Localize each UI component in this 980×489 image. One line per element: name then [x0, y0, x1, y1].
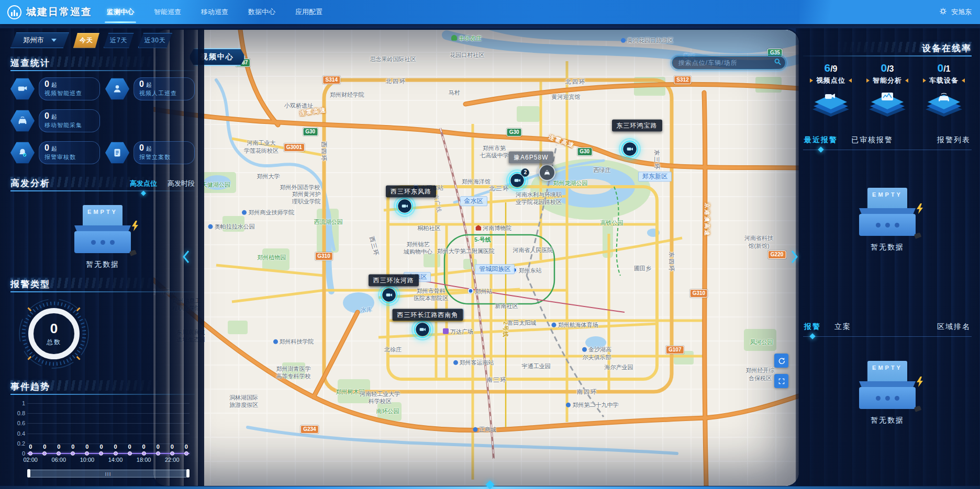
road-badge: G107 — [666, 346, 684, 354]
map-label: 水库 — [361, 305, 372, 313]
device-online-title: 设备在线率 — [922, 42, 972, 54]
trend-x-tick: 02:00 — [23, 457, 38, 463]
map-label: 金沙湖高尔夫俱乐部 — [582, 346, 611, 361]
museum-poi-icon — [475, 225, 481, 231]
map-label: 东四环 — [668, 252, 675, 272]
tab-alarm[interactable]: 报警 — [804, 322, 821, 332]
trend-datazoom-slider[interactable]: ||| — [27, 470, 190, 477]
empty-box-illustration: EMPTY — [855, 361, 920, 409]
trend-x-tick: 06:00 — [52, 457, 66, 463]
slider-left-handle[interactable] — [27, 469, 30, 477]
camera-marker[interactable] — [396, 198, 413, 214]
road-badge: G310 — [690, 289, 708, 298]
patrol-stats-title: 巡查统计 — [10, 57, 50, 69]
trend-value-label: 0 — [85, 443, 88, 450]
nav-smart-patrol[interactable]: 智能巡查 — [152, 0, 183, 24]
map-label: 郑州东站 — [511, 267, 542, 274]
blue-poi-icon — [473, 427, 477, 432]
camera-icon — [807, 86, 855, 119]
nav-app-config[interactable]: 应用配置 — [293, 0, 325, 24]
map-label: 郑州财经学院 — [330, 91, 364, 98]
trend-data-point — [71, 451, 75, 456]
road-badge: G30 — [507, 128, 522, 137]
gear-icon[interactable] — [939, 7, 947, 17]
fullscreen-button[interactable] — [774, 374, 788, 388]
tab-alarm-list[interactable]: 报警列表 — [937, 135, 971, 145]
chevron-left-icon[interactable] — [182, 250, 190, 266]
trend-data-point — [128, 451, 132, 456]
device-smart-analysis: 0/3 智能分析 — [860, 62, 915, 119]
trend-y-tick: 0 — [14, 450, 25, 457]
city-value: 郑州市 — [24, 36, 44, 45]
case-empty-state: EMPTY 暂无数据 — [803, 361, 972, 425]
slider-right-handle[interactable] — [186, 469, 190, 477]
nav-data-center[interactable]: 数据中心 — [246, 0, 277, 24]
tab-recent-alarms[interactable]: 最近报警 — [804, 135, 838, 145]
search-input[interactable] — [672, 56, 786, 70]
cluster-count-badge: 2 — [521, 168, 529, 177]
bag-poi-icon — [443, 328, 449, 334]
map-label: 富田太阳城 — [508, 319, 537, 326]
stat-alarm-reviewed: 0起报警审核数 — [10, 141, 100, 164]
map-label: 小双桥遗址 — [284, 102, 313, 109]
user-name[interactable]: 安旭东 — [951, 7, 972, 17]
range-30days-button[interactable]: 近30天 — [138, 33, 172, 48]
map-label: 西三环 — [368, 236, 381, 257]
map-label: 郑州经开综合保税区 — [746, 367, 775, 382]
road-badge: S312 — [674, 76, 691, 84]
city-map[interactable]: 思念果岭国际社区丰乐农庄花园口村社区黄河花园口旅游区黄河马村黄河迎宾馆北四环北四… — [153, 30, 799, 486]
tab-case-filed[interactable]: 立案 — [834, 322, 851, 332]
map-label: 郑东新区 — [638, 172, 672, 182]
document-icon — [105, 141, 129, 164]
camera-marker[interactable]: 2 — [509, 172, 526, 189]
high-freq-empty-state: EMPTY 暂无数据 — [10, 205, 195, 269]
trend-value-label: 0 — [171, 443, 174, 450]
range-7days-button[interactable]: 近7天 — [104, 33, 134, 48]
nav-mobile-patrol[interactable]: 移动巡查 — [199, 0, 230, 24]
camera-marker[interactable] — [381, 287, 397, 303]
camera-marker[interactable] — [414, 321, 431, 338]
range-today-button[interactable]: 今天 — [73, 33, 99, 48]
alarm-type-gauge: 0 总数 — [15, 295, 93, 372]
trend-x-tick: 10:00 — [80, 457, 95, 463]
nav-monitor-center[interactable]: 监测中心 — [105, 0, 136, 24]
map-label: 南三环 — [486, 376, 507, 383]
camera-marker[interactable] — [621, 141, 638, 157]
map-annotations: 思念果岭国际社区丰乐农庄花园口村社区黄河花园口旅游区黄河马村黄河迎宾馆北四环北四… — [153, 30, 799, 486]
map-label: 管城回族区 — [475, 264, 515, 275]
trend-x-tick: 18:00 — [137, 457, 151, 463]
trend-y-tick: 0.6 — [14, 420, 25, 426]
road-badge: G234 — [300, 425, 318, 434]
trend-data-point — [42, 451, 47, 456]
map-label: 郑州市骨科医院本部院区 — [414, 287, 448, 302]
map-label: 万达广场 — [443, 328, 473, 335]
refresh-button[interactable] — [774, 354, 788, 368]
chevron-right-icon[interactable] — [790, 250, 798, 266]
vehicle-plate-tooltip: 豫A6P58W — [509, 152, 553, 164]
trend-data-point — [156, 451, 160, 456]
map-label: 郑州黄河护理职业学院 — [292, 190, 321, 206]
road-badge: S314 — [323, 76, 340, 84]
event-trend-title: 事件趋势 — [10, 381, 50, 393]
tab-high-freq-points[interactable]: 高发点位 — [130, 179, 157, 189]
region-ranking-label[interactable]: 区域排名 — [937, 322, 971, 332]
alarm-total-value: 0 — [50, 321, 58, 337]
road-badge: G30 — [577, 147, 592, 156]
tab-reviewed-alarms[interactable]: 已审核报警 — [851, 135, 893, 145]
trend-data-point — [28, 451, 32, 456]
alarm-check-icon — [10, 141, 35, 164]
app-header: 城建日常巡查 监测中心 智能巡查 移动巡查 数据中心 应用配置 安旭东 — [0, 0, 980, 24]
tab-high-freq-periods[interactable]: 高发时段 — [168, 179, 195, 189]
map-search — [670, 54, 787, 71]
magnifier-icon[interactable] — [774, 58, 782, 67]
map-label: 5-号线 — [474, 236, 491, 243]
map-label: 郑州澍青医学高等专科学校 — [276, 365, 311, 380]
city-dropdown[interactable]: 郑州市 — [10, 32, 69, 48]
road-badge: G310 — [315, 252, 332, 260]
vehicle-marker[interactable] — [539, 164, 555, 181]
blue-poi-icon — [242, 210, 247, 215]
logo-icon — [7, 5, 21, 19]
map-label: 圃田乡 — [634, 265, 651, 272]
trend-value-label: 0 — [114, 443, 117, 450]
map-label: 黄河花园口旅游区 — [621, 37, 673, 44]
